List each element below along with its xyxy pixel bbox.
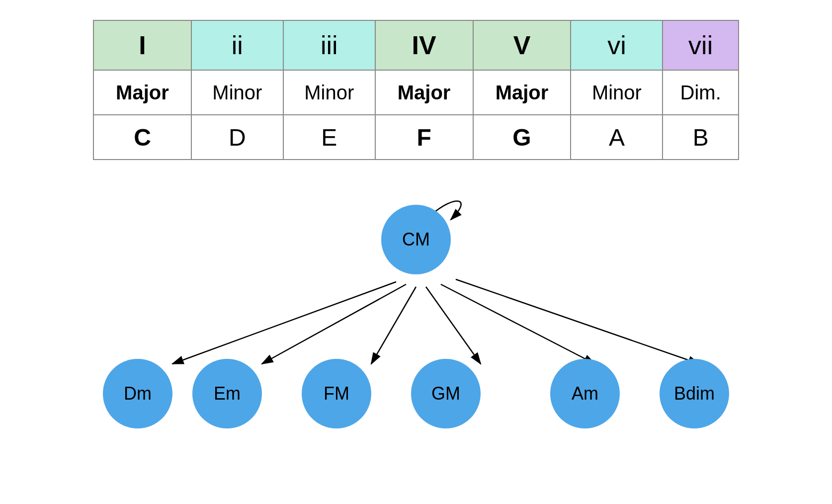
node-am: Am — [550, 359, 620, 428]
quality-iii: Minor — [283, 70, 375, 115]
quality-IV: Major — [375, 70, 473, 115]
svg-line-4 — [426, 287, 481, 364]
header-IV: IV — [375, 20, 473, 70]
note-C: C — [93, 115, 191, 160]
note-G: G — [473, 115, 571, 160]
quality-I: Major — [93, 70, 191, 115]
chord-diagram: CM Dm Em FM GM Am Bdim — [93, 190, 739, 438]
quality-row: Major Minor Minor Major Major Minor Dim. — [93, 70, 739, 115]
quality-ii: Minor — [191, 70, 283, 115]
svg-line-3 — [371, 287, 416, 364]
header-ii: ii — [191, 20, 283, 70]
node-fm: FM — [302, 359, 371, 428]
header-I: I — [93, 20, 191, 70]
header-vi: vi — [571, 20, 663, 70]
chord-table: I ii iii IV V vi vii Major Minor Minor M… — [93, 20, 739, 160]
note-B: B — [663, 115, 739, 160]
svg-line-5 — [441, 284, 595, 364]
svg-line-6 — [456, 279, 699, 364]
node-cm: CM — [381, 205, 451, 274]
note-D: D — [191, 115, 283, 160]
note-row: C D E F G A B — [93, 115, 739, 160]
quality-vii: Dim. — [663, 70, 739, 115]
header-row: I ii iii IV V vi vii — [93, 20, 739, 70]
node-bdim: Bdim — [660, 359, 729, 428]
svg-line-2 — [262, 284, 406, 364]
header-vii: vii — [663, 20, 739, 70]
note-A: A — [571, 115, 663, 160]
node-gm: GM — [411, 359, 481, 428]
header-iii: iii — [283, 20, 375, 70]
node-dm: Dm — [103, 359, 172, 428]
quality-vi: Minor — [571, 70, 663, 115]
note-E: E — [283, 115, 375, 160]
header-V: V — [473, 20, 571, 70]
node-em: Em — [192, 359, 262, 428]
quality-V: Major — [473, 70, 571, 115]
note-F: F — [375, 115, 473, 160]
